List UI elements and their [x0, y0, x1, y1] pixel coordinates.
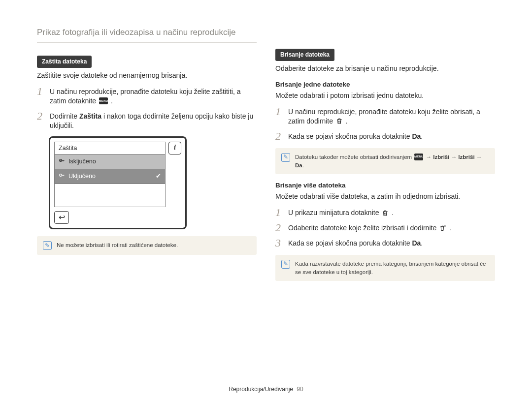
right-column: Brisanje datoteka Odaberite datoteke za …	[275, 27, 495, 381]
svg-text:OFF: OFF	[59, 160, 62, 162]
step-text: Kada se pojavi skočna poruka dotaknite	[288, 132, 412, 140]
single-steps: U načinu reprodukcije, pronađite datotek…	[275, 107, 495, 141]
note-icon: ✎	[281, 153, 290, 162]
device-menu-title: Zaštita	[55, 142, 165, 155]
multi-steps: U prikazu minijatura dotaknite . Odaberi…	[275, 208, 495, 248]
section-badge-delete: Brisanje datoteka	[275, 49, 334, 61]
spacer	[275, 27, 495, 49]
single-step-1: U načinu reprodukcije, pronađite datotek…	[275, 107, 495, 126]
protect-step-2: Dodirnite Zaštita i nakon toga dodirnite…	[37, 112, 257, 130]
protect-steps: U načinu reprodukcije, pronađite datotek…	[37, 87, 257, 130]
check-icon: ✔	[156, 172, 161, 181]
step-bold: Zaštita	[79, 112, 101, 120]
page: Prikaz fotografija ili videozapisa u nač…	[0, 0, 532, 401]
device-screen: Zaštita OFF Isključeno	[49, 136, 187, 230]
step-bold: Da	[412, 132, 421, 140]
step-text-tail: .	[346, 117, 348, 125]
delete-intro: Odaberite datoteke za brisanje u načinu …	[275, 64, 495, 73]
trash-icon	[382, 209, 389, 217]
protect-step-1: U načinu reprodukcije, pronađite datotek…	[37, 87, 257, 106]
page-title: Prikaz fotografija ili videozapisa u nač…	[37, 27, 257, 43]
note-multi-delete: ✎ Kada razvrstavate datoteke prema kateg…	[275, 255, 495, 281]
device-option-on-label: Uključeno	[68, 172, 96, 181]
note-icon: ✎	[281, 260, 290, 269]
device-menu-pad	[55, 184, 165, 207]
device-top-row: Zaštita OFF Isključeno	[54, 142, 181, 208]
step-text: U načinu reprodukcije, pronađite datotek…	[288, 108, 480, 125]
svg-point-2	[60, 174, 62, 177]
subheading-single: Brisanje jedne datoteke	[275, 80, 495, 89]
multi-step-2: Odaberite datoteke koje želite izbrisati…	[275, 223, 495, 233]
section-badge-protect: Zaštita datoteka	[37, 56, 92, 68]
note-icon: ✎	[43, 241, 52, 250]
step-bold: Da	[412, 239, 421, 247]
device-option-off[interactable]: OFF Isključeno	[55, 154, 165, 169]
footer-page-number: 90	[297, 386, 303, 393]
trash-icon	[336, 117, 343, 125]
step-text: Dodirnite	[50, 112, 79, 120]
device-mock: Zaštita OFF Isključeno	[49, 136, 187, 230]
step-text: U prikazu minijatura dotaknite	[288, 209, 381, 216]
note-protect: ✎ Ne možete izbrisati ili rotirati zašti…	[37, 236, 257, 255]
step-text-tail: .	[392, 209, 394, 216]
step-text: U načinu reprodukcije, pronađite datotek…	[50, 88, 241, 105]
step-text: Odaberite datoteke koje želite izbrisati…	[288, 224, 438, 232]
key-off-icon: OFF	[59, 157, 66, 166]
footer-section: Reprodukcija/Uređivanje	[229, 386, 293, 393]
single-step-2: Kada se pojavi skočna poruka dotaknite D…	[275, 132, 495, 141]
device-option-off-label: Isključeno	[68, 157, 96, 166]
step-text: Kada se pojavi skočna poruka dotaknite	[288, 239, 412, 247]
note-single-delete: ✎ Datoteku također možete obrisati dodir…	[275, 148, 495, 174]
menu-icon	[99, 97, 108, 104]
back-button[interactable]: ↩	[54, 211, 69, 224]
device-menu: Zaštita OFF Isključeno	[54, 142, 166, 208]
step-text-tail: .	[421, 132, 423, 140]
left-column: Prikaz fotografija ili videozapisa u nač…	[37, 27, 257, 381]
menu-icon	[414, 154, 423, 160]
step-text-tail: .	[421, 239, 423, 247]
trash-select-icon	[439, 224, 446, 232]
info-button[interactable]: i	[168, 142, 181, 154]
note-text: Datoteku također možete obrisati dodiriv…	[295, 153, 489, 169]
multi-intro: Možete odabrati više datoteka, a zatim i…	[275, 192, 495, 201]
single-intro: Možete odabrati i potom izbrisati jednu …	[275, 91, 495, 100]
subheading-multi: Brisanje više datoteka	[275, 181, 495, 190]
note-text: Kada razvrstavate datoteke prema kategor…	[295, 260, 489, 276]
step-text-tail: .	[111, 97, 113, 105]
note-text: Ne možete izbrisati ili rotirati zaštiće…	[57, 241, 251, 250]
protect-intro: Zaštitite svoje datoteke od nenamjernog …	[37, 71, 257, 80]
content-area: Prikaz fotografija ili videozapisa u nač…	[37, 27, 495, 381]
page-footer: Reprodukcija/Uređivanje 90	[0, 385, 532, 393]
step-text-tail: .	[449, 224, 451, 232]
multi-step-3: Kada se pojavi skočna poruka dotaknite D…	[275, 239, 495, 248]
multi-step-1: U prikazu minijatura dotaknite .	[275, 208, 495, 217]
key-on-icon	[59, 172, 66, 181]
device-option-on[interactable]: Uključeno ✔	[55, 169, 165, 184]
